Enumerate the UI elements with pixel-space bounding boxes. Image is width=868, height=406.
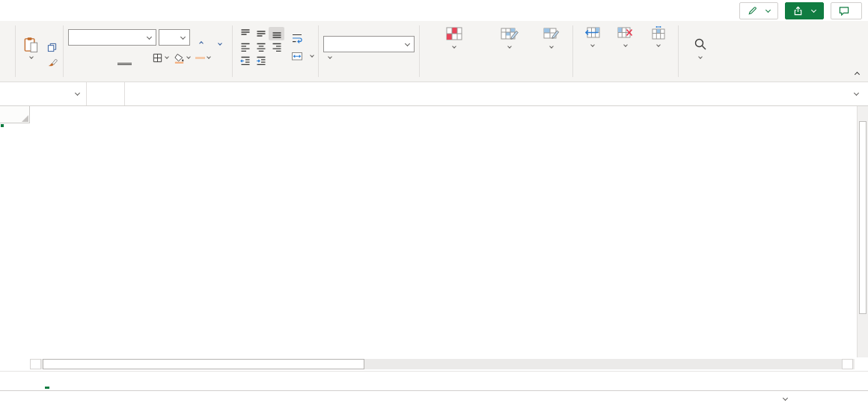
align-middle-button[interactable] [253, 27, 269, 40]
select-all-corner[interactable] [0, 106, 30, 123]
styles-group-label [424, 70, 568, 81]
align-left-button[interactable] [237, 40, 253, 54]
cells-group-label [578, 70, 673, 81]
vertical-scrollbar[interactable] [857, 106, 868, 357]
clipboard-group-label [20, 70, 58, 81]
fill-color-button[interactable] [172, 52, 192, 64]
scroll-right-arrow[interactable] [842, 359, 853, 369]
paste-button[interactable] [20, 37, 42, 58]
share-button[interactable] [785, 2, 824, 19]
sheet-tab-bar [0, 371, 868, 390]
align-bottom-button[interactable] [269, 27, 284, 40]
collapse-ribbon-button[interactable] [855, 72, 860, 77]
format-as-table-button[interactable] [486, 26, 534, 48]
align-top-button[interactable] [237, 27, 253, 40]
format-painter-icon [47, 56, 58, 67]
font-size-select[interactable] [159, 29, 190, 46]
wrap-text-icon [291, 32, 303, 44]
chevron-down-icon [328, 55, 332, 59]
align-center-button[interactable] [253, 40, 269, 54]
chevron-down-icon [186, 55, 191, 59]
number-group [319, 21, 419, 81]
chevron-down-icon [310, 53, 314, 58]
chevron-down-icon [405, 40, 410, 46]
cells-group [573, 21, 678, 81]
delete-cells-icon [617, 26, 634, 40]
chevron-down-icon [29, 55, 34, 59]
menu-bar [0, 0, 868, 21]
chevron-down-icon [549, 44, 554, 49]
chevron-down-icon [507, 44, 512, 49]
comment-icon [839, 6, 849, 16]
double-underline-button[interactable] [117, 50, 132, 65]
spreadsheet-grid [0, 106, 868, 357]
chevron-down-icon [656, 43, 661, 47]
strikethrough-button[interactable] [134, 50, 148, 65]
status-bar-chevron-icon[interactable] [783, 395, 788, 400]
font-group [64, 21, 232, 81]
increase-indent-button[interactable] [253, 54, 269, 67]
clipboard-group [16, 21, 63, 81]
ribbon [0, 21, 868, 82]
underline-button[interactable] [101, 50, 115, 65]
share-icon [793, 6, 803, 16]
cell-styles-icon [543, 26, 560, 41]
cell-styles-button[interactable] [535, 26, 568, 48]
caret-down-icon [218, 41, 222, 46]
editing-mode-button[interactable] [739, 2, 778, 19]
caret-up-icon [199, 41, 204, 46]
formula-bar [0, 82, 868, 106]
currency-format-button[interactable] [325, 57, 333, 58]
delete-cells-button[interactable] [611, 26, 641, 46]
align-right-button[interactable] [269, 40, 284, 54]
borders-button[interactable] [150, 52, 170, 64]
undo-group-label [6, 70, 10, 81]
comments-button[interactable] [831, 2, 862, 19]
status-bar [0, 390, 868, 406]
fill-handle[interactable] [0, 123, 4, 128]
sheet-cells [0, 106, 857, 123]
horizontal-scroll-thumb[interactable] [43, 359, 364, 369]
sheet-tab-sheet1[interactable] [45, 372, 49, 390]
cut-button[interactable] [46, 28, 58, 39]
alignment-group-label [237, 70, 314, 81]
font-group-label [68, 70, 227, 81]
undo-group [1, 21, 15, 81]
formula-input[interactable] [125, 82, 844, 105]
scroll-left-arrow[interactable] [30, 359, 41, 369]
vertical-scroll-thumb[interactable] [859, 121, 867, 314]
font-color-button[interactable] [194, 56, 212, 59]
clipboard-icon [23, 37, 39, 54]
chevron-down-icon [75, 90, 80, 96]
format-painter-button[interactable] [46, 56, 58, 67]
copy-icon [47, 43, 57, 52]
copy-button[interactable] [46, 42, 58, 53]
magnifier-icon [693, 37, 708, 52]
shrink-font-button[interactable] [211, 30, 227, 45]
grow-font-button[interactable] [192, 30, 209, 45]
chevron-down-icon [207, 55, 211, 59]
chevron-down-icon [765, 7, 771, 12]
merge-center-button[interactable] [291, 50, 314, 62]
format-cells-button[interactable] [644, 26, 673, 46]
format-as-table-icon [501, 26, 519, 41]
active-cell-outline [0, 123, 3, 126]
expand-formula-bar-button[interactable] [844, 82, 868, 105]
fill-color-icon [174, 52, 185, 64]
font-family-select[interactable] [68, 29, 156, 46]
chevron-down-icon [623, 43, 628, 47]
bold-button[interactable] [68, 50, 82, 65]
wrap-text-button[interactable] [291, 32, 314, 44]
editing-menu-button[interactable] [683, 37, 718, 58]
insert-cells-button[interactable] [578, 26, 608, 46]
chevron-down-icon [698, 55, 703, 59]
italic-button[interactable] [85, 50, 99, 65]
horizontal-scrollbar-row [0, 357, 868, 371]
number-format-select[interactable] [323, 36, 415, 52]
chevron-down-icon [147, 34, 152, 39]
decrease-indent-button[interactable] [237, 54, 253, 67]
pencil-icon [748, 6, 757, 16]
conditional-formatting-button[interactable] [424, 26, 484, 48]
name-box[interactable] [0, 82, 87, 105]
conditional-formatting-icon [446, 26, 462, 41]
